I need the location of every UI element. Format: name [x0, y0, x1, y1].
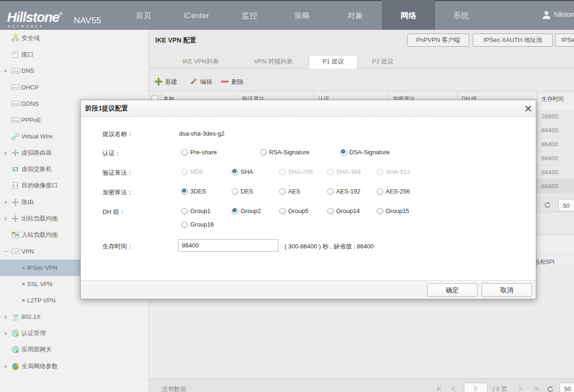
svg-text:DNS: DNS [13, 69, 19, 72]
svg-text:DHCP: DHCP [13, 86, 20, 89]
svg-text:802.1X: 802.1X [13, 319, 19, 321]
svg-text:PPPoE: PPPoE [13, 119, 20, 122]
svg-text:VPN: VPN [13, 250, 18, 253]
svg-text:DDNS: DDNS [13, 103, 20, 105]
